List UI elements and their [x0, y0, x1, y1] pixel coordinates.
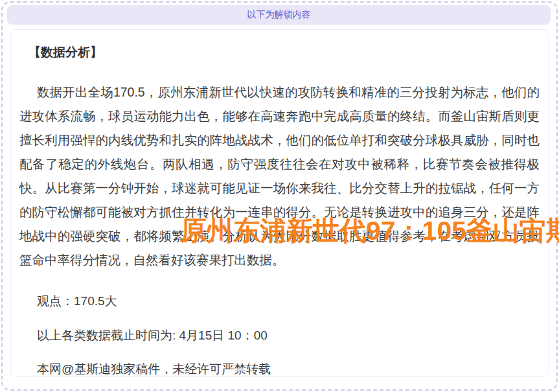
score-watermark: 原州东浦新世代97：105釜山宙斯盾 — [180, 213, 559, 249]
unlock-banner: 以下为解锁内容 — [7, 5, 551, 25]
section-title: 【数据分析】 — [29, 44, 540, 61]
unlock-banner-label: 以下为解锁内容 — [247, 9, 311, 21]
unlocked-content-page: { "header": { "unlock_banner": "以下为解锁内容"… — [0, 0, 559, 392]
copyright-line: 本网@基斯迪独家稿件，未经许可严禁转载 — [19, 362, 540, 376]
article-content-panel: 【数据分析】 数据开出全场170.5，原州东浦新世代以快速的攻防转换和精准的三分… — [11, 30, 548, 376]
opinion-line: 观点：170.5大 — [19, 294, 540, 308]
data-deadline-line: 以上各类数据截止时间为: 4月15日 10：00 — [19, 329, 540, 343]
